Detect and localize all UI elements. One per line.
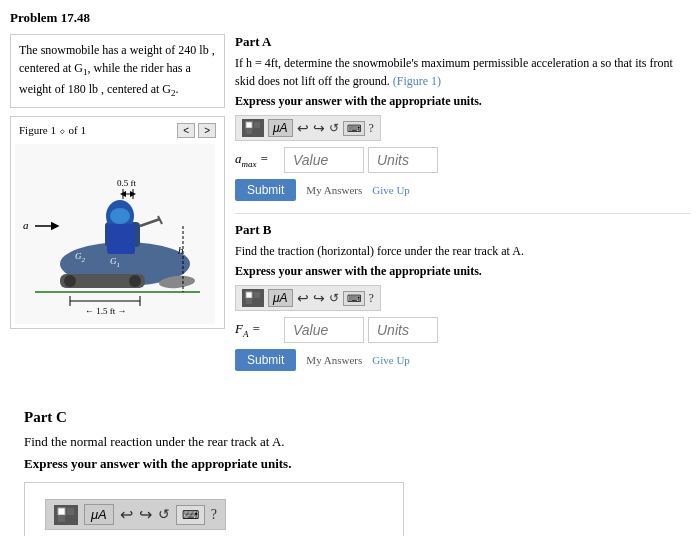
toolbar-mu-btn-a[interactable]: μA bbox=[268, 119, 293, 137]
toolbar-redo-a[interactable]: ↪ bbox=[313, 120, 325, 137]
part-c-section: Part C Find the normal reaction under th… bbox=[10, 399, 690, 536]
svg-rect-30 bbox=[254, 292, 260, 298]
problem-text-main: The snowmobile has a weight of 240 lb , … bbox=[19, 43, 215, 96]
part-a-value-input[interactable] bbox=[284, 147, 364, 173]
toolbar-keyboard-btn-b[interactable]: ⌨ bbox=[343, 291, 365, 306]
part-a-description: If h = 4ft, determine the snowmobile's m… bbox=[235, 54, 690, 90]
figure-image: a bbox=[15, 144, 215, 324]
toolbar-reset-a[interactable]: ↺ bbox=[329, 121, 339, 136]
part-a-express: Express your answer with the appropriate… bbox=[235, 94, 690, 109]
svg-rect-31 bbox=[246, 298, 252, 304]
toolbar-help-c[interactable]: ? bbox=[211, 507, 217, 523]
toolbar-box1-btn-c[interactable] bbox=[54, 505, 78, 525]
part-a-title: Part A bbox=[235, 34, 690, 50]
svg-rect-33 bbox=[67, 508, 74, 515]
part-c-express: Express your answer with the appropriate… bbox=[24, 456, 676, 472]
toolbar-undo-b[interactable]: ↩ bbox=[297, 290, 309, 307]
svg-rect-34 bbox=[58, 515, 65, 522]
part-b-description: Find the traction (horizontal) force und… bbox=[235, 242, 690, 260]
toolbar-reset-c[interactable]: ↺ bbox=[158, 506, 170, 523]
figure-prev-button[interactable]: < bbox=[177, 123, 195, 138]
toolbar-box1-btn-a[interactable] bbox=[242, 119, 264, 137]
part-c-box: μA ↩ ↪ ↺ ⌨ ? NA = bbox=[24, 482, 404, 536]
part-b-answer-row: FA = bbox=[235, 317, 690, 343]
toolbar-keyboard-btn-c[interactable]: ⌨ bbox=[176, 505, 205, 525]
svg-text:← 1.5 ft →: ← 1.5 ft → bbox=[85, 306, 127, 316]
svg-text:0.5 ft: 0.5 ft bbox=[117, 178, 136, 188]
svg-point-15 bbox=[64, 275, 76, 287]
toolbar-redo-b[interactable]: ↪ bbox=[313, 290, 325, 307]
svg-rect-32 bbox=[58, 508, 65, 515]
svg-rect-29 bbox=[246, 292, 252, 298]
toolbar-redo-c[interactable]: ↪ bbox=[139, 505, 152, 524]
part-b-value-input[interactable] bbox=[284, 317, 364, 343]
figure-1-link-a[interactable]: (Figure 1) bbox=[393, 74, 441, 88]
part-b-answer-label: FA = bbox=[235, 321, 280, 339]
part-c-title: Part C bbox=[24, 409, 676, 426]
toolbar-keyboard-btn-a[interactable]: ⌨ bbox=[343, 121, 365, 136]
svg-rect-10 bbox=[107, 224, 135, 254]
figure-navigation[interactable]: < > bbox=[177, 123, 216, 138]
right-panel: Part A If h = 4ft, determine the snowmob… bbox=[235, 34, 690, 383]
problem-description: The snowmobile has a weight of 240 lb , … bbox=[10, 34, 225, 108]
svg-line-11 bbox=[140, 219, 160, 226]
part-b-section: Part B Find the traction (horizontal) fo… bbox=[235, 222, 690, 371]
part-a-my-answers[interactable]: My Answers bbox=[306, 184, 362, 196]
svg-rect-28 bbox=[246, 128, 252, 134]
part-a-section: Part A If h = 4ft, determine the snowmob… bbox=[235, 34, 690, 201]
svg-text:a: a bbox=[23, 219, 29, 231]
toolbar-help-b[interactable]: ? bbox=[369, 291, 374, 306]
part-b-submit-row: Submit My Answers Give Up bbox=[235, 349, 690, 371]
divider-ab bbox=[235, 213, 690, 214]
part-a-answer-row: amax = bbox=[235, 147, 690, 173]
toolbar-help-a[interactable]: ? bbox=[369, 121, 374, 136]
svg-rect-27 bbox=[254, 122, 260, 128]
part-c-description: Find the normal reaction under the rear … bbox=[24, 434, 676, 450]
part-b-my-answers[interactable]: My Answers bbox=[306, 354, 362, 366]
part-c-toolbar: μA ↩ ↪ ↺ ⌨ ? bbox=[45, 499, 226, 530]
part-b-give-up-link[interactable]: Give Up bbox=[372, 354, 410, 366]
toolbar-box1-btn-b[interactable] bbox=[242, 289, 264, 307]
part-a-answer-label: amax = bbox=[235, 151, 280, 169]
problem-title: Problem 17.48 bbox=[10, 10, 690, 26]
part-b-title: Part B bbox=[235, 222, 690, 238]
toolbar-undo-a[interactable]: ↩ bbox=[297, 120, 309, 137]
part-a-units-input[interactable] bbox=[368, 147, 438, 173]
part-b-submit-button[interactable]: Submit bbox=[235, 349, 296, 371]
part-a-submit-row: Submit My Answers Give Up bbox=[235, 179, 690, 201]
svg-rect-26 bbox=[246, 122, 252, 128]
toolbar-undo-c[interactable]: ↩ bbox=[120, 505, 133, 524]
part-b-express: Express your answer with the appropriate… bbox=[235, 264, 690, 279]
left-panel: The snowmobile has a weight of 240 lb , … bbox=[10, 34, 225, 383]
part-a-give-up-link[interactable]: Give Up bbox=[372, 184, 410, 196]
part-a-toolbar: μA ↩ ↪ ↺ ⌨ ? bbox=[235, 115, 381, 141]
part-b-toolbar: μA ↩ ↪ ↺ ⌨ ? bbox=[235, 285, 381, 311]
part-b-units-input[interactable] bbox=[368, 317, 438, 343]
toolbar-reset-b[interactable]: ↺ bbox=[329, 291, 339, 306]
svg-point-9 bbox=[110, 208, 130, 224]
part-a-submit-button[interactable]: Submit bbox=[235, 179, 296, 201]
figure-header: Figure 1 ⬦ of 1 < > bbox=[15, 121, 220, 140]
toolbar-mu-btn-b[interactable]: μA bbox=[268, 289, 293, 307]
svg-text:h: h bbox=[178, 244, 184, 256]
toolbar-mu-btn-c[interactable]: μA bbox=[84, 504, 114, 525]
figure-container: Figure 1 ⬦ of 1 < > a bbox=[10, 116, 225, 329]
figure-next-button[interactable]: > bbox=[198, 123, 216, 138]
figure-label: Figure 1 ⬦ of 1 bbox=[19, 124, 86, 136]
svg-point-16 bbox=[129, 275, 141, 287]
